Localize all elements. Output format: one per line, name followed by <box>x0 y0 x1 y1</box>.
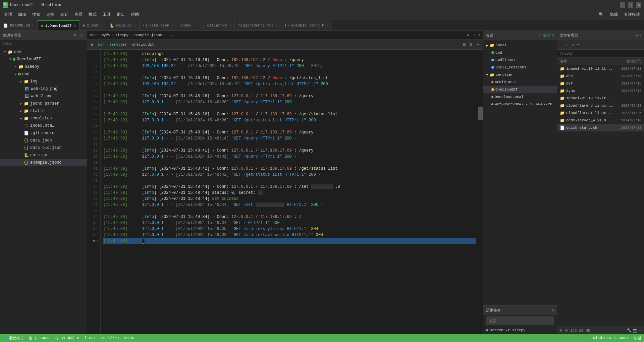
session-item-wyf9serv[interactable]: wyf90Serv00#7 - 2034-07-28 <box>483 101 557 108</box>
scrollbar-right[interactable] <box>478 50 483 334</box>
fm-tool-icon[interactable]: 🔧 <box>627 328 632 333</box>
tab-readme[interactable]: 📄 README.md ✕ <box>0 20 38 31</box>
session-item-armbianzt[interactable]: ArmibianZT <box>483 78 557 86</box>
tab-onecloudzt[interactable]: 1.OnecloudZT ✕ <box>38 20 79 31</box>
tree-datajson[interactable]: ▶ {} data.json <box>0 137 87 144</box>
menu-window[interactable]: 窗口 <box>114 11 127 18</box>
tree-sleepy[interactable]: ▼ 📁 sleepy <box>0 63 87 70</box>
explorer-icon-2[interactable]: ✕ <box>79 33 84 38</box>
toolbar-play-btn[interactable]: ▶ <box>90 41 95 48</box>
tab-datajson[interactable]: {} data.json ✕ <box>140 20 177 31</box>
tab-mainpy-close[interactable]: ✕ <box>134 23 136 27</box>
menu-search[interactable]: 搜索 <box>30 11 43 18</box>
tab-cmd[interactable]: 2.cmd ✕ <box>79 20 106 31</box>
tab-cmd-close[interactable]: ✕ <box>100 23 102 27</box>
fm-back-btn[interactable]: ↑ <box>558 42 564 48</box>
section-local[interactable]: ▶ 📁 local <box>483 42 557 49</box>
tree-gitignore[interactable]: ▶ 📄 .gitignore <box>0 129 87 137</box>
fm-settings-icon[interactable]: ⚙ <box>636 33 638 38</box>
tab-gitignore[interactable]: gitignore ✕ <box>204 20 235 31</box>
history-item-screen[interactable]: screen -r sleepy <box>483 327 557 334</box>
fm-forward-btn[interactable]: ↓ <box>564 42 569 48</box>
breadcrumb-wyf9[interactable]: wyf9 <box>101 33 110 37</box>
breadcrumb-examplejsonc[interactable]: example.jsonc <box>133 33 162 37</box>
status-disconnect[interactable]: 切断 <box>634 336 641 341</box>
terminal-output[interactable]: [15:49:39] sleeping? [15:49:39] [Info] [… <box>101 50 478 334</box>
fm-close-icon[interactable]: ✕ <box>639 33 641 38</box>
tab-mainpy[interactable]: 🐍 main.py ✕ <box>106 20 140 31</box>
fm-item-def[interactable]: 📁 def 2024/07/16 <box>557 80 644 87</box>
fm-photo-icon[interactable]: 📷 <box>633 328 638 333</box>
breadcrumb-sleepy[interactable]: sleepy <box>115 33 128 37</box>
menu-sessions[interactable]: 会话 <box>1 11 15 18</box>
toolbar-split-btn[interactable]: ⊟ <box>468 41 474 48</box>
breadcrumb-dots[interactable]: ... <box>167 33 174 37</box>
tree-img[interactable]: ▶ 📁 img <box>0 78 87 85</box>
menu-view[interactable]: 查看 <box>72 11 85 18</box>
menu-goto[interactable]: 转到 <box>58 11 71 18</box>
session-submit-btn[interactable]: ✓ 提交 <box>539 33 550 38</box>
fm-item-codeserver[interactable]: 📁 code-server_4.91.0... 2024/07/10 <box>557 117 644 124</box>
session-panel-icons: ✓ 提交 ⚙ <box>539 33 554 38</box>
fm-refresh-btn[interactable]: ↺ <box>570 42 575 48</box>
fm-item-abc[interactable]: 📁 abc 2024/07/16 <box>557 72 644 80</box>
history-settings-icon[interactable]: ⚙ <box>552 308 554 312</box>
status-brand[interactable]: ⚡ WindTerm Issues: <box>590 336 629 340</box>
section-zerotier[interactable]: ▼ 📁 zerotier <box>483 71 557 78</box>
tab-examplejsonc[interactable]: {} example.jsonc M ✕ <box>281 20 332 31</box>
breadcrumb-more-btn[interactable]: ≡ <box>478 33 480 37</box>
fm-item-cloudflare[interactable]: 📁 cloudflarend-linux-... 2024/06/18 <box>557 102 644 109</box>
search-icon-btn[interactable]: 🔍 <box>596 11 606 18</box>
minimize-button[interactable]: ─ <box>620 2 625 8</box>
session-item-cmd[interactable]: cmd <box>483 49 557 56</box>
tree-datapy[interactable]: ▶ 🐍 data.py <box>0 152 87 159</box>
tree-dev[interactable]: ▼ 📁 dev <box>0 48 87 56</box>
expert-mode-btn[interactable]: 专注模式 <box>621 11 643 18</box>
tab-index[interactable]: index <box>177 20 204 31</box>
session-item-shellsessions[interactable]: Shell_sessions <box>483 64 557 71</box>
tree-webimg[interactable]: 🖼 web-img.png <box>0 85 87 93</box>
session-item-onecloudlocal[interactable]: OnecloudLocal <box>483 93 557 101</box>
tree-onecloudzt[interactable]: ▼ OnecloudZT <box>0 56 87 63</box>
hide-btn[interactable]: 隐藏 <box>607 11 621 18</box>
session-settings-icon[interactable]: ⚙ <box>552 33 554 38</box>
menu-mode[interactable]: 模式 <box>86 11 99 18</box>
history-search-input[interactable] <box>486 317 554 325</box>
explorer-icon-1[interactable]: ⊕ <box>72 33 77 38</box>
toolbar-more-btn[interactable]: ⋯ <box>475 41 480 48</box>
menu-help[interactable]: 帮助 <box>128 11 142 18</box>
tree-indexhtml[interactable]: ▶ ⬡ index.html <box>0 122 87 129</box>
fm-item-quickstart[interactable]: 📄 quick_start.sh 2024/07/13 <box>557 124 644 131</box>
maximize-button[interactable]: □ <box>628 2 633 8</box>
fm-edit-icon[interactable]: ✏ <box>639 328 641 333</box>
tree-static[interactable]: ▶ 📁 static <box>0 107 87 115</box>
menu-select[interactable]: 选择 <box>44 11 57 18</box>
menu-edit[interactable]: 编辑 <box>15 11 29 18</box>
breadcrumb-plus-btn[interactable]: + <box>473 33 476 37</box>
session-item-cmdlineai[interactable]: CmdlineAI <box>483 56 557 64</box>
tab-gitignore-close[interactable]: ✕ <box>229 23 231 27</box>
tree-examplejsonc[interactable]: ▶ {} example.jsonc <box>0 159 87 166</box>
tab-requirements[interactable]: requirements.txt ✕ <box>235 20 281 31</box>
tree-web2[interactable]: 🖼 web-2.png <box>0 93 87 100</box>
tab-onecloudzt-close[interactable]: ✕ <box>74 24 76 28</box>
fm-more-btn[interactable]: ⋯ <box>576 42 581 48</box>
session-item-onecloudzt[interactable]: OnecloudZT <box>483 86 557 93</box>
tab-readme-close[interactable]: ✕ <box>32 23 34 27</box>
tree-cmd[interactable]: ▶ cmd <box>0 70 87 78</box>
scrollbar-thumb[interactable] <box>478 107 483 120</box>
close-button[interactable]: ✕ <box>636 2 641 8</box>
tree-dataoldjson[interactable]: ▶ {} data.old.json <box>0 144 87 152</box>
tree-templates[interactable]: ▶ 📁 templates <box>0 115 87 122</box>
tab-requirements-close[interactable]: ✕ <box>276 23 278 27</box>
breadcrumb-search-btn[interactable]: A <box>467 33 469 37</box>
toolbar-expand-btn[interactable]: ⊞ <box>462 41 467 48</box>
tab-datajson-close[interactable]: ✕ <box>171 23 173 27</box>
tree-jsoncparser[interactable]: ▶ 📁 jsonc_parser <box>0 100 87 107</box>
fm-item-1panel[interactable]: 📁 1panel-v1.10.11-lt... 2024/07/13 <box>557 65 644 72</box>
fm-item-sync[interactable]: 📁 Sync 2024/07/14 <box>557 87 644 95</box>
menu-tools[interactable]: 工具 <box>100 11 113 18</box>
tab-examplejsonc-close[interactable]: ✕ <box>326 23 328 27</box>
fm-item-cloudflarest[interactable]: 📁 CloudflareST_linux-... 2023/11/25 <box>557 109 644 117</box>
fm-item-1panel2[interactable]: 📁 1panel-v1.10.11-lt... <box>557 95 644 102</box>
